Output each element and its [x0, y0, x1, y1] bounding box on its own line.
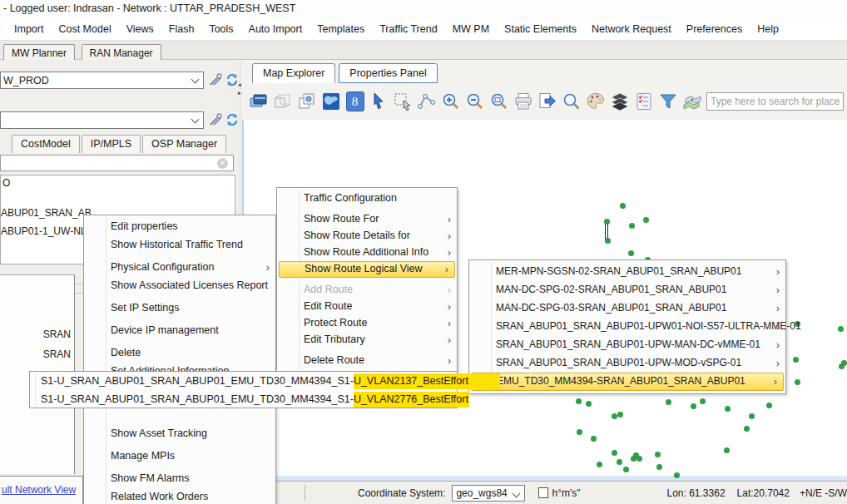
- menu-cost-model[interactable]: Cost Model: [51, 20, 118, 38]
- legend-report-icon[interactable]: [634, 91, 654, 111]
- main-menubar: Import Cost Model Views Flash Tools Auto…: [0, 18, 847, 40]
- menu-item-physical-configuration[interactable]: Physical Configuration›: [84, 259, 275, 277]
- menu-network-request[interactable]: Network Request: [584, 20, 679, 38]
- place-search-input[interactable]: [706, 92, 844, 111]
- window-layers-icon[interactable]: [249, 91, 269, 111]
- menu-item-show-route-additional-info[interactable]: Show Route Additional Info›: [277, 245, 457, 261]
- tab-map-explorer[interactable]: Map Explorer: [252, 63, 335, 83]
- menu-item-show-historical-traffic-trend[interactable]: Show Historical Traffic Trend: [84, 236, 275, 254]
- google-maps-icon[interactable]: 8: [345, 91, 364, 111]
- menu-import[interactable]: Import: [7, 20, 51, 38]
- submenu-arrow-icon: ›: [776, 281, 780, 299]
- statusbar-divider: [305, 485, 305, 501]
- menu-static-elements[interactable]: Static Elements: [497, 20, 584, 38]
- submenu-item-route[interactable]: MAN-DC-SPG-03-SRAN_ABUP01_SRAN_ABUP01›: [469, 299, 785, 318]
- menu-item-show-asset-tracking[interactable]: Show Asset Tracking: [84, 425, 275, 443]
- menu-tools[interactable]: Tools: [201, 20, 240, 38]
- submenu-item-route[interactable]: MAN-DC-SPG-02-SRAN_ABUP01_SRAN_ABUP01›: [469, 281, 785, 299]
- menu-item-related-work-orders[interactable]: Related Work Orders: [84, 488, 275, 504]
- configure-icon[interactable]: [208, 72, 223, 87]
- menu-item-show-associated-licenses-report[interactable]: Show Associated Licenses Report: [84, 277, 275, 295]
- menu-item-set-ip-settings[interactable]: Set IP Settings: [84, 299, 275, 318]
- world-map-icon[interactable]: [321, 91, 341, 111]
- menu-flash[interactable]: Flash: [161, 20, 202, 38]
- menu-item-add-route: Add Route›: [277, 282, 457, 299]
- zoom-in-icon[interactable]: [441, 91, 461, 111]
- menu-item-show-fm-alarms[interactable]: Show FM Alarms: [84, 470, 275, 488]
- menu-item-delete[interactable]: Delete: [84, 344, 275, 363]
- export-view-icon[interactable]: [537, 91, 557, 111]
- palette-icon[interactable]: [586, 91, 606, 111]
- filter-icon[interactable]: [658, 91, 678, 111]
- menu-item-show-route-details-for[interactable]: Show Route Details for›: [277, 228, 457, 245]
- menu-separator: [109, 256, 272, 257]
- refresh-icon[interactable]: [225, 112, 240, 127]
- submenu-item-route[interactable]: SRAN_ABUP01_SRAN_ABUP01-UPW-MOD-vSPG-01›: [469, 354, 785, 373]
- coordinate-system-dropdown[interactable]: geo_wgs84: [452, 485, 525, 502]
- menu-item-edit-route[interactable]: Edit Route›: [277, 299, 457, 315]
- menu-views[interactable]: Views: [119, 20, 161, 38]
- chevron-down-icon: [513, 489, 521, 497]
- network-dropdown[interactable]: W_PROD: [0, 72, 204, 89]
- menu-item-show-route-for[interactable]: Show Route For›: [277, 211, 457, 228]
- network-dropdown-value: W_PROD: [3, 75, 49, 86]
- copy-view-icon[interactable]: [297, 91, 317, 111]
- module-tabbar: MW Planner RAN Manager: [0, 40, 847, 60]
- marker-highlight: U_VLAN2137_BestEffort: [354, 373, 500, 389]
- route-list-item[interactable]: S1-U_SRAN_ABUP01_SRAN_ABUP01_EMU_TD30_MM…: [30, 390, 457, 408]
- collapse-left-icon[interactable]: ◂: [238, 82, 241, 87]
- collapse-right-icon[interactable]: ▸: [238, 90, 241, 96]
- context-menu-device: Edit properties Show Historical Traffic …: [83, 215, 276, 504]
- marker-highlight: U_VLAN2776_BestEffort: [354, 392, 469, 408]
- tab-costmodel[interactable]: CostModel: [12, 135, 80, 153]
- search-icon[interactable]: [562, 91, 582, 111]
- tab-properties-panel[interactable]: Properties Panel: [339, 63, 437, 83]
- menu-item-traffic-configuration[interactable]: Traffic Configuration: [277, 190, 457, 207]
- configure-icon[interactable]: [208, 112, 223, 127]
- menu-separator: [109, 342, 272, 343]
- submenu-item-route-highlighted[interactable]: EMU_TD30_MM4394-SRAN_ABUP01_SRAN_ABUP01›: [471, 373, 784, 391]
- menu-item-show-route-logical-view[interactable]: Show Route Logical View›: [279, 261, 455, 278]
- layers-stack-icon[interactable]: [610, 91, 630, 111]
- chevron-down-icon: [191, 116, 200, 124]
- menu-item-delete-route[interactable]: Delete Route›: [277, 353, 457, 369]
- zoom-out-icon[interactable]: [465, 91, 485, 111]
- tab-ip-mpls[interactable]: IP/MPLS: [82, 135, 141, 153]
- menu-item-manage-mpis[interactable]: Manage MPIs: [84, 447, 275, 466]
- dms-checkbox[interactable]: [538, 487, 548, 498]
- route-list-overlay: S1-U_SRAN_ABUP01_SRAN_ABUP01_EMU_TD30_MM…: [29, 371, 458, 408]
- menu-preferences[interactable]: Preferences: [679, 20, 750, 38]
- submenu-item-route[interactable]: SRAN_ABUP01_SRAN_ABUP01-UPW01-NOI-S57-UL…: [469, 318, 785, 336]
- menu-item-protect-route[interactable]: Protect Route›: [277, 315, 457, 332]
- menu-help[interactable]: Help: [750, 20, 786, 38]
- menu-traffic-trend[interactable]: Traffic Trend: [372, 20, 444, 38]
- tab-osp-manager[interactable]: OSP Manager: [142, 135, 226, 153]
- submenu-item-route[interactable]: SRAN_ABUP01_SRAN_ABUP01-UPW-MAN-DC-vMME-…: [469, 336, 785, 354]
- menu-auto-import[interactable]: Auto Import: [241, 20, 310, 38]
- cube-3d-icon[interactable]: [273, 91, 293, 111]
- polyline-icon[interactable]: [417, 91, 437, 111]
- menu-item-device-ip-management[interactable]: Device IP management: [84, 322, 275, 340]
- route-list-item[interactable]: S1-U_SRAN_ABUP01_SRAN_ABUP01_EMU_TD30_MM…: [30, 372, 457, 390]
- tree-filter-input[interactable]: ✕: [0, 155, 234, 171]
- print-icon[interactable]: [513, 91, 533, 111]
- cursor-icon[interactable]: [369, 91, 389, 111]
- secondary-dropdown[interactable]: [0, 111, 204, 129]
- menu-separator: [302, 350, 453, 351]
- clear-icon[interactable]: ✕: [217, 158, 228, 169]
- menu-item-edit-tributary[interactable]: Edit Tributary›: [277, 332, 457, 348]
- map-toolbar: 8: [242, 83, 847, 120]
- tree-node[interactable]: ABUP01_SRAN_AB: [1, 207, 92, 219]
- network-view-link[interactable]: ult Network View: [2, 484, 76, 496]
- menu-item-edit-properties[interactable]: Edit properties: [84, 218, 275, 236]
- zoom-extent-icon[interactable]: [489, 91, 509, 111]
- tree-node[interactable]: ABUP01-1_UW-NLA: [1, 225, 92, 237]
- menu-templates[interactable]: Templates: [310, 20, 372, 38]
- select-region-icon[interactable]: [393, 91, 413, 111]
- menu-mw-pm[interactable]: MW PM: [445, 20, 497, 38]
- map-overlay-icon[interactable]: [682, 91, 702, 111]
- submenu-item-route[interactable]: MER-MPN-SGSN-02-SRAN_ABUP01_SRAN_ABUP01›: [469, 263, 785, 281]
- tree-node[interactable]: O: [2, 177, 10, 189]
- menu-separator: [302, 209, 453, 210]
- left-panel-footer: ult Network View: [0, 476, 83, 504]
